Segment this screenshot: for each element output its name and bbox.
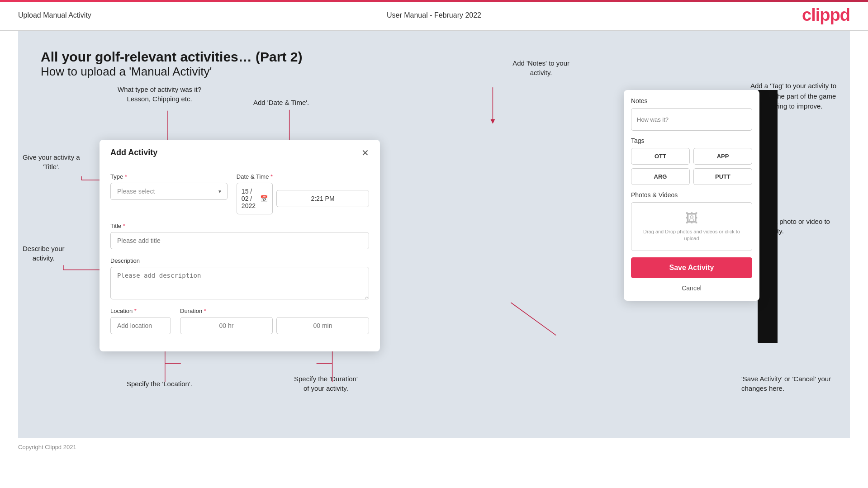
description-label: Description	[110, 257, 369, 264]
type-label: Type *	[110, 173, 228, 180]
tag-putt[interactable]: PUTT	[693, 168, 752, 185]
svg-marker-15	[490, 119, 495, 123]
annotation-location: Specify the 'Location'.	[127, 379, 192, 389]
modal-header: Add Activity ✕	[100, 140, 380, 164]
clippd-logo: clippd	[802, 5, 850, 25]
description-input[interactable]	[110, 267, 369, 299]
annotation-describe: Describe youractivity.	[23, 244, 65, 263]
annotation-save: 'Save Activity' or 'Cancel' your changes…	[741, 374, 841, 393]
photos-label: Photos & Videos	[631, 191, 752, 199]
cancel-button[interactable]: Cancel	[631, 283, 752, 294]
type-required: *	[123, 173, 127, 180]
svg-line-21	[511, 303, 556, 335]
title-required: *	[121, 223, 125, 229]
time-input[interactable]	[276, 190, 369, 207]
annotation-duration: Specify the 'Duration'of your activity.	[294, 374, 358, 393]
location-group: Location *	[110, 308, 171, 334]
tag-app[interactable]: APP	[693, 148, 752, 165]
footer: Copyright Clippd 2021	[0, 438, 868, 456]
top-bar: Upload Manual Activity User Manual - Feb…	[0, 0, 868, 31]
location-label: Location *	[110, 308, 171, 314]
location-required: *	[133, 308, 137, 314]
calendar-icon[interactable]: 📅	[260, 195, 268, 202]
type-select[interactable]: Please select	[110, 183, 228, 200]
type-datetime-row: Type * Please select Date & Time * 15	[110, 173, 369, 214]
location-input[interactable]	[110, 317, 171, 334]
modal-close-button[interactable]: ✕	[361, 148, 369, 157]
type-select-wrapper[interactable]: Please select	[110, 183, 228, 200]
main-area: All your golf-relevant activities… (Part…	[18, 31, 850, 438]
duration-label: Duration *	[180, 308, 369, 314]
notes-label: Notes	[631, 97, 752, 104]
add-activity-modal: Add Activity ✕ Type * Please select	[100, 140, 380, 351]
annotation-give-title: Give your activity a'Title'.	[23, 152, 80, 171]
title-label: Title *	[110, 223, 369, 229]
photos-upload-text: Drag and Drop photos and videos or click…	[640, 228, 744, 242]
type-group: Type * Please select	[110, 173, 228, 214]
notes-input[interactable]	[631, 108, 752, 131]
duration-row	[180, 317, 369, 334]
title-group: Title *	[110, 223, 369, 249]
description-row: Description	[110, 257, 369, 299]
footer-text: Copyright Clippd 2021	[18, 444, 76, 450]
save-activity-button[interactable]: Save Activity	[631, 257, 752, 278]
tags-grid: OTT APP ARG PUTT	[631, 148, 752, 185]
page-title-sub: How to upload a 'Manual Activity'	[41, 65, 827, 79]
annotation-date-time: Add 'Date & Time'.	[253, 98, 309, 107]
duration-required: *	[202, 308, 206, 314]
modal-body: Type * Please select Date & Time * 15	[100, 164, 380, 351]
description-group: Description	[110, 257, 369, 299]
page-title-main: All your golf-relevant activities… (Part…	[41, 49, 827, 65]
phone-side-bar	[758, 90, 778, 343]
location-duration-row: Location * Duration *	[110, 308, 369, 334]
datetime-required: *	[269, 173, 273, 180]
page-title-block: All your golf-relevant activities… (Part…	[41, 49, 827, 79]
duration-hr-input[interactable]	[180, 317, 273, 334]
title-input[interactable]	[110, 232, 369, 249]
datetime-label: Date & Time *	[237, 173, 369, 180]
right-panel: Notes Tags OTT APP ARG PUTT Photos & Vid…	[624, 90, 759, 301]
datetime-group: Date & Time * 15 / 02 / 2022 📅	[237, 173, 369, 214]
photos-upload-area[interactable]: 🖼 Drag and Drop photos and videos or cli…	[631, 202, 752, 251]
page-heading: Upload Manual Activity	[18, 11, 91, 19]
tags-label: Tags	[631, 137, 752, 144]
duration-min-input[interactable]	[276, 317, 369, 334]
photo-icon: 🖼	[640, 211, 744, 226]
date-input[interactable]: 15 / 02 / 2022 📅	[237, 183, 273, 214]
manual-title: User Manual - February 2022	[387, 11, 481, 19]
tag-ott[interactable]: OTT	[631, 148, 690, 165]
right-panel-inner: Notes Tags OTT APP ARG PUTT Photos & Vid…	[624, 90, 759, 301]
annotation-what-type: What type of activity was it?Lesson, Chi…	[118, 85, 201, 104]
title-row: Title *	[110, 223, 369, 249]
tag-arg[interactable]: ARG	[631, 168, 690, 185]
duration-group: Duration *	[180, 308, 369, 334]
annotation-notes: Add 'Notes' to youractivity.	[512, 58, 569, 77]
datetime-row: 15 / 02 / 2022 📅	[237, 183, 369, 214]
modal-title: Add Activity	[110, 148, 157, 157]
